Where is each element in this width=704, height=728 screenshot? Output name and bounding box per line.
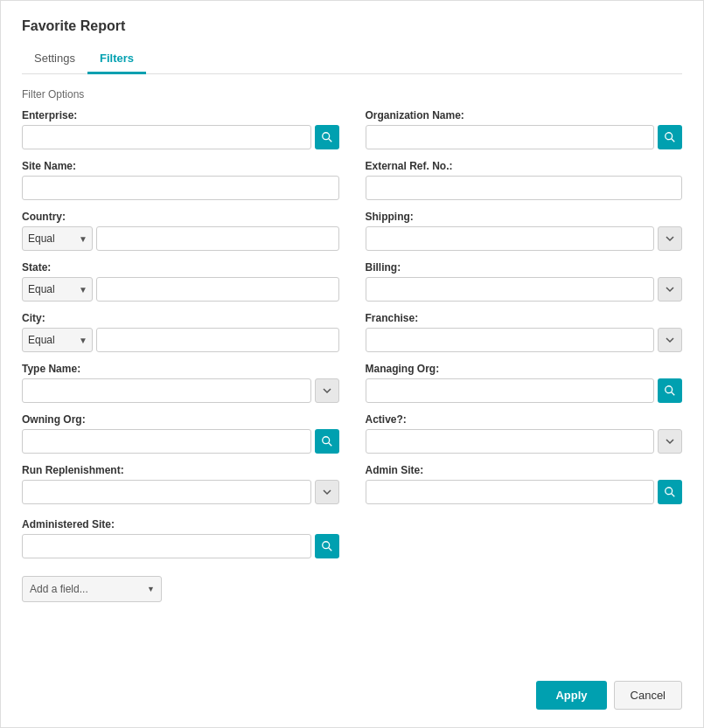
- external-ref-input[interactable]: [366, 176, 683, 200]
- managing-org-field-row: [366, 378, 683, 403]
- franchise-dropdown-button[interactable]: [658, 328, 682, 352]
- dialog-title: Favorite Report: [22, 18, 682, 34]
- organization-name-input[interactable]: [366, 125, 655, 149]
- billing-input[interactable]: [366, 277, 655, 302]
- active-field-group: Active?:: [366, 413, 683, 454]
- run-replenishment-field-row: [22, 480, 339, 504]
- apply-button[interactable]: Apply: [536, 681, 606, 710]
- administered-site-row: Administered Site:: [22, 518, 682, 558]
- managing-org-field-group: Managing Org:: [366, 363, 683, 403]
- administered-site-input[interactable]: [22, 534, 311, 558]
- active-input[interactable]: [366, 429, 655, 454]
- franchise-field-row: [366, 328, 683, 352]
- site-name-input[interactable]: [22, 176, 339, 200]
- chevron-down-icon: [665, 233, 675, 244]
- active-field-row: [366, 429, 683, 454]
- add-field-select[interactable]: Add a field...: [22, 576, 162, 602]
- enterprise-field-group: Enterprise:: [22, 109, 339, 149]
- run-replenishment-input[interactable]: [22, 480, 311, 504]
- country-operator-wrapper: Equal Not Equal Contains ▼: [22, 226, 93, 251]
- external-ref-label: External Ref. No.:: [366, 160, 683, 172]
- enterprise-input[interactable]: [22, 125, 311, 149]
- country-field-group: Country: Equal Not Equal Contains ▼: [22, 211, 339, 251]
- admin-site-field-row: [366, 480, 683, 504]
- shipping-input[interactable]: [366, 226, 655, 251]
- administered-site-label: Administered Site:: [22, 518, 339, 530]
- search-icon: [321, 540, 333, 552]
- svg-point-6: [322, 437, 329, 444]
- run-replenishment-label: Run Replenishment:: [22, 464, 339, 476]
- search-icon: [664, 131, 676, 143]
- billing-dropdown-button[interactable]: [658, 277, 682, 302]
- external-ref-field-group: External Ref. No.:: [366, 160, 683, 200]
- country-input[interactable]: [96, 226, 339, 251]
- admin-site-input[interactable]: [366, 480, 655, 504]
- external-ref-field-row: [366, 176, 683, 200]
- city-field-row: Equal Not Equal Contains ▼: [22, 328, 339, 352]
- run-replenishment-dropdown-button[interactable]: [315, 480, 339, 504]
- organization-name-search-button[interactable]: [658, 125, 682, 149]
- chevron-down-icon: [665, 335, 675, 345]
- active-dropdown-button[interactable]: [658, 429, 682, 454]
- type-name-label: Type Name:: [22, 363, 339, 375]
- administered-site-search-button[interactable]: [315, 534, 339, 558]
- franchise-field-group: Franchise:: [366, 312, 683, 352]
- svg-line-11: [328, 548, 331, 551]
- run-replenishment-field-group: Run Replenishment:: [22, 464, 339, 504]
- state-input[interactable]: [96, 277, 339, 302]
- city-input[interactable]: [96, 328, 339, 352]
- site-name-field-group: Site Name:: [22, 160, 339, 200]
- admin-site-label: Admin Site:: [366, 464, 683, 476]
- managing-org-input[interactable]: [366, 378, 655, 403]
- shipping-field-group: Shipping:: [366, 211, 683, 251]
- billing-field-group: Billing:: [366, 261, 683, 302]
- admin-site-search-button[interactable]: [658, 480, 682, 504]
- type-name-input[interactable]: [22, 378, 311, 403]
- owning-org-search-button[interactable]: [315, 429, 339, 454]
- billing-label: Billing:: [366, 261, 683, 274]
- franchise-input[interactable]: [366, 328, 655, 352]
- search-icon: [321, 131, 333, 143]
- city-operator-select[interactable]: Equal Not Equal Contains: [22, 328, 93, 352]
- filter-options-label: Filter Options: [22, 88, 682, 101]
- svg-line-3: [672, 139, 675, 142]
- owning-org-field-row: [22, 429, 339, 454]
- type-name-dropdown-button[interactable]: [315, 378, 339, 403]
- shipping-label: Shipping:: [366, 211, 683, 223]
- add-field-wrapper: Add a field...: [22, 576, 162, 602]
- chevron-down-icon: [322, 487, 332, 497]
- city-label: City:: [22, 312, 339, 324]
- chevron-down-icon: [665, 436, 675, 447]
- organization-name-label: Organization Name:: [366, 109, 683, 121]
- search-icon: [664, 486, 676, 498]
- city-operator-wrapper: Equal Not Equal Contains ▼: [22, 328, 93, 352]
- administered-site-field-group: Administered Site:: [22, 518, 339, 558]
- state-operator-wrapper: Equal Not Equal Contains ▼: [22, 277, 93, 302]
- svg-point-2: [666, 133, 673, 140]
- tab-settings[interactable]: Settings: [22, 45, 87, 74]
- svg-point-4: [666, 386, 673, 393]
- footer-buttons: Apply Cancel: [536, 681, 682, 710]
- type-name-field-row: [22, 378, 339, 403]
- country-operator-select[interactable]: Equal Not Equal Contains: [22, 226, 93, 251]
- managing-org-search-button[interactable]: [658, 378, 682, 403]
- billing-field-row: [366, 277, 683, 302]
- state-operator-select[interactable]: Equal Not Equal Contains: [22, 277, 93, 302]
- organization-name-field-group: Organization Name:: [366, 109, 683, 149]
- enterprise-search-button[interactable]: [315, 125, 339, 149]
- owning-org-label: Owning Org:: [22, 413, 339, 426]
- owning-org-input[interactable]: [22, 429, 311, 454]
- svg-line-5: [672, 392, 675, 396]
- svg-line-7: [328, 443, 331, 447]
- country-label: Country:: [22, 211, 339, 223]
- cancel-button[interactable]: Cancel: [614, 681, 682, 710]
- enterprise-field-row: [22, 125, 339, 149]
- add-field-row: Add a field...: [22, 576, 682, 602]
- svg-point-10: [322, 542, 329, 549]
- tab-filters[interactable]: Filters: [87, 45, 146, 74]
- shipping-dropdown-button[interactable]: [658, 226, 682, 251]
- administered-site-field-row: [22, 534, 339, 558]
- filter-grid: Enterprise: Organization Name:: [22, 109, 682, 504]
- empty-cell: [366, 518, 683, 558]
- active-label: Active?:: [366, 413, 683, 426]
